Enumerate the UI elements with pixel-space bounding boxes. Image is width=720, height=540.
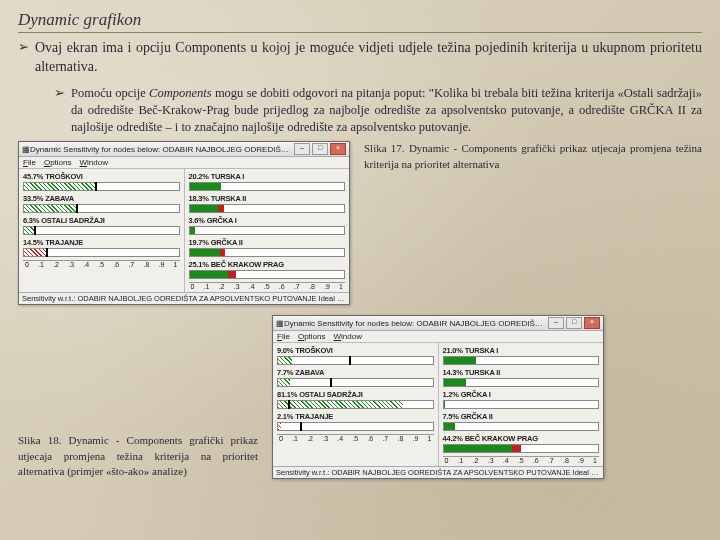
bar-label: 7.7% ZABAVA [277,368,434,377]
bullet-2: ➢ Pomoću opcije Components mogu se dobit… [54,85,702,136]
maximize-button[interactable]: □ [312,143,328,155]
menubar: File Options Window [19,157,349,169]
bar-label: 3.6% GRČKA I [189,216,346,225]
caption-18: Slika 18. Dynamic - Components grafički … [18,433,258,479]
bar-label: 2.1% TRAJANJE [277,412,434,421]
bar-label: 45.7% TROŠKOVI [23,172,180,181]
page-title: Dynamic grafikon [18,10,702,33]
maximize-button[interactable]: □ [566,317,582,329]
bar-label: 44.2% BEČ KRAKOW PRAG [443,434,600,443]
bar-label: 19.7% GRČKA II [189,238,346,247]
app-icon: ▦ [276,319,284,328]
bar-label: 81.1% OSTALI SADRŽAJI [277,390,434,399]
menu-window[interactable]: Window [334,332,362,341]
para2-em: Components [149,86,212,100]
bullet-icon: ➢ [18,39,29,85]
paragraph-2: Pomoću opcije Components mogu se dobiti … [71,85,702,136]
bar-label: 14.3% TURSKA II [443,368,600,377]
bar-label: 20.2% TURSKA I [189,172,346,181]
axis: 0.1.2.3.4.5.6.7.8.91 [443,456,600,464]
minimize-button[interactable]: – [294,143,310,155]
bullet-1: ➢ Ovaj ekran ima i opciju Components u k… [18,39,702,85]
titlebar: ▦ Dynamic Sensitivity for nodes below: O… [273,316,603,331]
axis: 0.1.2.3.4.5.6.7.8.91 [189,282,346,290]
app-icon: ▦ [22,145,30,154]
titlebar: ▦ Dynamic Sensitivity for nodes below: O… [19,142,349,157]
para2-pre: Pomoću opcije [71,86,149,100]
bullet-icon: ➢ [54,85,65,136]
titlebar-text: Dynamic Sensitivity for nodes below: ODA… [30,145,294,154]
status-bar: Sensitivity w.r.t.: ODABIR NAJBOLJEG ODR… [273,466,603,478]
left-pane: 9.0% TROŠKOVI 7.7% ZABAVA 81.1% OSTALI S… [273,343,438,466]
axis: 0.1.2.3.4.5.6.7.8.91 [277,434,434,442]
paragraph-1: Ovaj ekran ima i opciju Components u koj… [35,39,702,77]
menu-file[interactable]: File [277,332,290,341]
left-pane: 45.7% TROŠKOVI 33.5% ZABAVA 6.3% OSTALI … [19,169,184,292]
screenshot-17: ▦ Dynamic Sensitivity for nodes below: O… [18,141,350,305]
bar-label: 21.0% TURSKA I [443,346,600,355]
menubar: File Options Window [273,331,603,343]
minimize-button[interactable]: – [548,317,564,329]
titlebar-text: Dynamic Sensitivity for nodes below: ODA… [284,319,548,328]
bar-label: 18.3% TURSKA II [189,194,346,203]
bar-label: 1.2% GRČKA I [443,390,600,399]
bar-label: 7.5% GRČKA II [443,412,600,421]
status-bar: Sensitivity w.r.t.: ODABIR NAJBOLJEG ODR… [19,292,349,304]
bar-label: 9.0% TROŠKOVI [277,346,434,355]
close-button[interactable]: × [330,143,346,155]
menu-file[interactable]: File [23,158,36,167]
menu-options[interactable]: Options [298,332,326,341]
bar-label: 25.1% BEČ KRAKOW PRAG [189,260,346,269]
menu-options[interactable]: Options [44,158,72,167]
right-pane: 21.0% TURSKA I 14.3% TURSKA II 1.2% GRČK… [438,343,604,466]
caption-17: Slika 17. Dynamic - Components grafički … [364,141,702,172]
menu-window[interactable]: Window [80,158,108,167]
screenshot-18: ▦ Dynamic Sensitivity for nodes below: O… [272,315,604,479]
bar-label: 14.5% TRAJANJE [23,238,180,247]
right-pane: 20.2% TURSKA I 18.3% TURSKA II 3.6% GRČK… [184,169,350,292]
axis: 0.1.2.3.4.5.6.7.8.91 [23,260,180,268]
bar-label: 33.5% ZABAVA [23,194,180,203]
close-button[interactable]: × [584,317,600,329]
bar-label: 6.3% OSTALI SADRŽAJI [23,216,180,225]
